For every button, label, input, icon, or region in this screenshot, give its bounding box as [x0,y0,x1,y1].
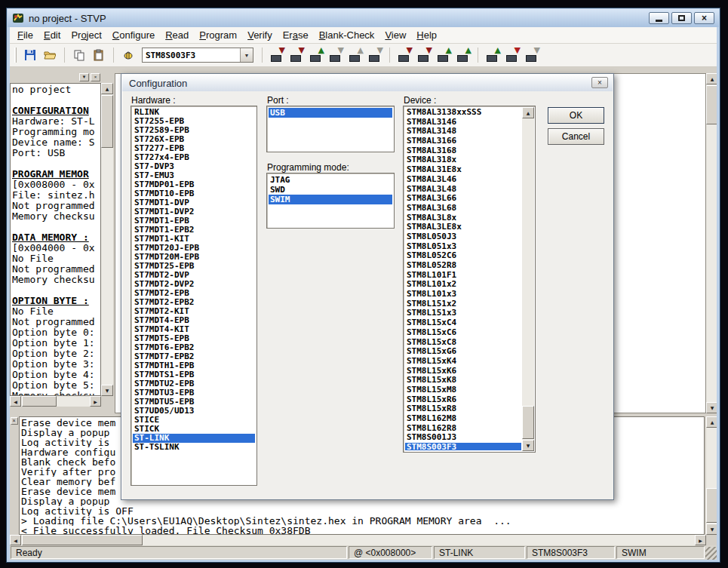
hardware-option[interactable]: ST7MDT1-DVP [133,198,255,207]
view-current-tab-button[interactable]: ▼ [366,47,384,64]
device-option[interactable]: STM8L15xC8 [405,338,521,348]
menu-item-erase[interactable]: Erase [278,27,314,43]
device-option[interactable]: STM8AL3L46 [405,175,521,185]
dialog-close-button[interactable]: × [591,77,608,88]
project-pane-vscrollbar[interactable]: ▲▼ [101,83,113,396]
device-option[interactable]: STM8L052R8 [405,261,521,271]
device-option[interactable]: STM8AL3138xxSSS [405,108,521,118]
hardware-option[interactable]: ST7-EMU3 [133,171,255,180]
device-option[interactable]: STM8AL3L68 [405,204,521,213]
hardware-option[interactable]: ST7MDT6-EPB2 [133,343,255,352]
hardware-option[interactable]: STICE [133,416,255,425]
hardware-option[interactable]: RLINK [133,108,255,117]
hardware-option[interactable]: ST-TSLINK [133,443,255,452]
hardware-option[interactable]: ST7MDT5-EPB [133,334,255,343]
pane-close-button[interactable]: × [91,73,100,81]
scroll-right-button[interactable]: ▶ [695,535,706,545]
hardware-option[interactable]: ST7255-EPB [133,117,255,126]
scroll-thumb[interactable] [706,488,717,523]
menu-item-configure[interactable]: Configure [107,27,160,43]
copy-button[interactable] [70,47,88,64]
scroll-down-button[interactable]: ▼ [522,440,534,451]
device-list-vscrollbar[interactable]: ▲▼ [522,107,534,451]
hardware-option[interactable]: ST727x4-EPB [133,153,255,162]
scroll-thumb[interactable] [522,406,534,439]
combo-dropdown-button[interactable]: ▼ [240,48,253,62]
scroll-thumb[interactable] [101,95,113,148]
save-button[interactable] [21,47,39,64]
scroll-down-button[interactable]: ▼ [101,385,113,396]
device-option[interactable]: STM8AL3L66 [405,194,521,204]
blank-check-current-tab-button[interactable]: ▲ [346,47,364,64]
program-all-tabs-button[interactable]: ▼ [395,47,413,64]
device-option[interactable]: STM8L101x3 [405,290,521,299]
hardware-option[interactable]: ST7MDT20J-EPB [133,244,255,253]
scroll-thumb[interactable] [22,535,143,545]
hardware-option[interactable]: ST7MDT2-EPB [133,289,255,298]
device-option[interactable]: STM8AL3L48 [405,185,521,195]
scroll-up-button[interactable]: ▲ [522,107,534,118]
device-option[interactable]: STM8L15xK8 [405,376,521,385]
hardware-option[interactable]: ST7MDP01-EPB [133,180,255,189]
project-pane-hscrollbar[interactable]: ◀▶ [10,396,101,407]
pane-chevron-button[interactable]: ▼ [79,73,89,81]
device-option[interactable]: STM8AL3168 [405,146,521,156]
device-option[interactable]: STM8L101x2 [405,280,521,290]
project-info-view[interactable]: no project CONFIGURATIONHardware: ST-LPr… [10,83,101,396]
device-option[interactable]: STM8AL318x [405,155,521,165]
hardware-option[interactable]: ST7MDT1-KIT [133,235,255,244]
scroll-thumb[interactable] [706,85,717,124]
scroll-left-button[interactable]: ◀ [10,535,21,545]
hardware-option[interactable]: ST-LINK [133,434,255,443]
scroll-up-button[interactable]: ▲ [706,416,717,428]
programming-mode-listbox[interactable]: JTAGSWDSWIM [266,173,395,229]
programming-mode-option[interactable]: SWIM [269,195,392,204]
hardware-option[interactable]: ST7MDTU2-EPB [133,379,255,388]
device-option[interactable]: STM8L15xR6 [405,395,521,405]
device-listbox[interactable]: STM8AL3138xxSSSSTM8AL3146STM8AL3148STM8A… [403,106,536,453]
hardware-option[interactable]: ST7MDTS1-EPB [133,370,255,379]
hardware-option[interactable]: ST7MDT1-EPB [133,216,255,226]
device-option[interactable]: STM8L151x3 [405,309,521,318]
device-option[interactable]: STM8AL3L8x [405,213,521,223]
device-option[interactable]: STM8L162M8 [405,414,521,424]
device-option[interactable]: STM8L051x3 [405,242,521,252]
hardware-option[interactable]: ST7MDT1-DVP2 [133,207,255,216]
title-bar[interactable]: no project - STVP × [8,9,719,27]
read-device-button[interactable]: ▲ [484,47,502,64]
device-option[interactable]: STM8L15xC4 [405,318,521,328]
device-option[interactable]: STM8L15xG6 [405,347,521,357]
hardware-option[interactable]: ST7MDT2-KIT [133,307,255,316]
program-device-button[interactable]: ▼ [503,47,521,64]
scroll-thumb[interactable] [22,396,57,407]
hardware-option[interactable]: STICK [133,425,255,434]
erase-all-tabs-button[interactable]: ▲ [454,47,472,64]
output-log-vscrollbar[interactable]: ▲▼ [706,416,717,535]
close-button[interactable]: × [694,12,714,24]
erase-current-tab-button[interactable]: ▼ [327,47,345,64]
menu-item-edit[interactable]: Edit [38,27,66,43]
device-option[interactable]: STM8S003F3 [405,443,521,450]
menu-item-blank-check[interactable]: Blank-Check [314,27,380,43]
hardware-option[interactable]: ST7UD05/UD13 [133,407,255,416]
dialog-title-bar[interactable]: Configuration [122,75,613,91]
hardware-option[interactable]: ST726X-EPB [133,135,255,144]
hardware-listbox[interactable]: RLINKST7255-EPBST72589-EPBST726X-EPBST72… [131,106,257,486]
device-option[interactable]: STM8S001J3 [405,433,521,443]
menu-item-program[interactable]: Program [194,27,242,43]
output-log-hscrollbar[interactable]: ◀▶ [10,535,706,545]
hardware-option[interactable]: ST7MDT4-EPB [133,316,255,325]
hardware-option[interactable]: ST7277-EPB [133,144,255,153]
hardware-option[interactable]: ST7MDT2-DVP2 [133,280,255,289]
cancel-button[interactable]: Cancel [548,128,604,145]
verify-all-tabs-button[interactable]: ▼ [415,47,433,64]
scroll-up-button[interactable]: ▲ [101,83,113,94]
device-option[interactable]: STM8L15xM8 [405,385,521,395]
device-option[interactable]: STM8L101F1 [405,271,521,281]
hardware-option[interactable]: ST7MDTU5-EPB [133,398,255,407]
hardware-option[interactable]: ST7MDT2-EPB2 [133,298,255,307]
device-option[interactable]: STM8AL3148 [405,127,521,137]
device-option[interactable]: STM8L052C6 [405,251,521,261]
paste-button[interactable] [90,47,108,64]
scroll-down-button[interactable]: ▼ [706,402,717,413]
